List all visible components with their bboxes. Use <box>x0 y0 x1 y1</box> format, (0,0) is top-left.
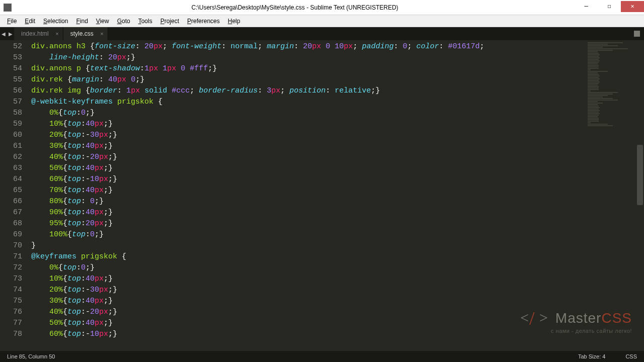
tab-close-icon[interactable]: × <box>100 31 103 37</box>
close-button[interactable]: ✕ <box>621 1 644 12</box>
code-line[interactable]: 30%{top:40px;} <box>31 296 586 307</box>
menubar: FileEditSelectionFindViewGotoToolsProjec… <box>0 15 644 27</box>
tab-history-fwd-icon[interactable]: ▶ <box>7 31 14 37</box>
code-line[interactable]: div.rek img {border: 1px solid #ccc; bor… <box>31 85 586 97</box>
maximize-button[interactable]: ☐ <box>598 1 621 12</box>
window-controls: — ☐ ✕ <box>575 3 644 12</box>
code-line[interactable]: 50%{top:40px;} <box>31 163 586 174</box>
scrollbar-thumb[interactable] <box>637 145 643 205</box>
code-line[interactable]: 95%{top:20px;} <box>31 218 586 229</box>
tab-history-back-icon[interactable]: ◀ <box>0 31 7 37</box>
code-line[interactable]: div.rek {margin: 40px 0;} <box>31 74 586 85</box>
code-line[interactable]: } <box>31 240 586 251</box>
menu-view[interactable]: View <box>92 16 113 26</box>
vertical-scrollbar[interactable] <box>636 40 644 351</box>
menu-help[interactable]: Help <box>224 16 245 26</box>
code-area[interactable]: div.anons h3 {font-size: 20px; font-weig… <box>31 40 586 351</box>
menu-find[interactable]: Find <box>72 16 92 26</box>
menu-edit[interactable]: Edit <box>21 16 39 26</box>
menu-project[interactable]: Project <box>156 16 183 26</box>
code-line[interactable]: 0%{top:0;} <box>31 262 586 274</box>
code-line[interactable]: 40%{top:-20px;} <box>31 307 586 318</box>
menu-selection[interactable]: Selection <box>39 16 72 26</box>
code-line[interactable]: div.anons p {text-shadow:1px 1px 0 #fff;… <box>31 63 586 74</box>
menu-preferences[interactable]: Preferences <box>183 16 224 26</box>
statusbar: Line 85, Column 50 Tab Size: 4 CSS <box>0 351 644 362</box>
code-line[interactable]: 50%{top:40px;} <box>31 318 586 329</box>
window-titlebar: C:\Users\Serega\Desktop\MySite\style.css… <box>0 0 644 15</box>
code-line[interactable]: div.anons h3 {font-size: 20px; font-weig… <box>31 41 586 52</box>
code-line[interactable]: 10%{top:40px;} <box>31 274 586 285</box>
panel-switch-icon[interactable] <box>634 31 640 37</box>
editor[interactable]: 5253545556575859606162636465666768697071… <box>0 40 644 351</box>
tabbar: ◀ ▶ index.html×style.css× <box>0 27 644 40</box>
tab-label: index.html <box>21 30 49 37</box>
code-line[interactable]: 60%{top:-10px;} <box>31 174 586 185</box>
window-title: C:\Users\Serega\Desktop\MySite\style.css… <box>15 4 575 11</box>
tab-style-css[interactable]: style.css× <box>63 27 108 40</box>
code-line[interactable]: 20%{top:-30px;} <box>31 130 586 141</box>
code-line[interactable]: 0%{top:0;} <box>31 108 586 119</box>
code-line[interactable]: 30%{top:40px;} <box>31 141 586 152</box>
status-syntax[interactable]: CSS <box>625 353 637 359</box>
menu-goto[interactable]: Goto <box>113 16 134 26</box>
app-icon <box>0 0 15 15</box>
code-line[interactable]: @-webkit-keyframes prigskok { <box>31 97 586 108</box>
code-line[interactable]: 40%{top:-20px;} <box>31 152 586 163</box>
code-line[interactable]: 20%{top:-30px;} <box>31 285 586 296</box>
tab-label: style.css <box>70 30 94 37</box>
code-line[interactable]: 100%{top:0;} <box>31 229 586 240</box>
code-line[interactable]: line-height: 20px;} <box>31 52 586 63</box>
code-line[interactable]: 70%{top:40px;} <box>31 185 586 196</box>
tab-index-html[interactable]: index.html× <box>14 27 63 40</box>
status-tab-size[interactable]: Tab Size: 4 <box>578 353 605 359</box>
status-cursor-position[interactable]: Line 85, Column 50 <box>7 353 55 359</box>
menu-tools[interactable]: Tools <box>134 16 156 26</box>
code-line[interactable]: 10%{top:40px;} <box>31 119 586 130</box>
code-line[interactable]: 90%{top:40px;} <box>31 207 586 218</box>
tab-close-icon[interactable]: × <box>55 31 58 37</box>
line-number-gutter: 5253545556575859606162636465666768697071… <box>0 40 31 351</box>
code-line[interactable]: 80%{top: 0;} <box>31 196 586 207</box>
minimize-button[interactable]: — <box>575 1 598 12</box>
menu-file[interactable]: File <box>3 16 21 26</box>
code-line[interactable]: 60%{top:-10px;} <box>31 329 586 340</box>
code-line[interactable]: @keyframes prigskok { <box>31 251 586 262</box>
minimap[interactable] <box>586 40 636 351</box>
